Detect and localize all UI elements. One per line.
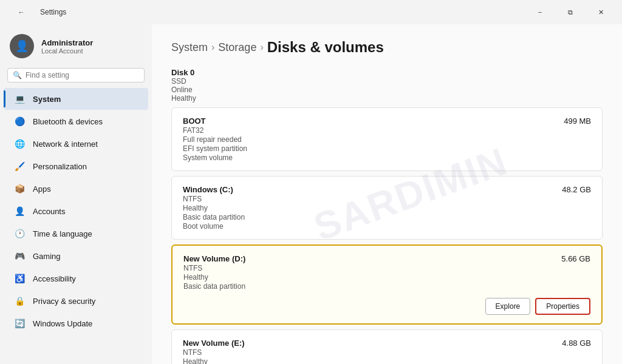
- accounts-icon: 👤: [13, 205, 26, 217]
- search-icon: 🔍: [13, 71, 22, 79]
- sidebar-item-gaming[interactable]: 🎮 Gaming: [4, 245, 148, 267]
- privacy-label: Privacy & security: [33, 297, 95, 306]
- vol-role-0: System volume: [183, 153, 247, 162]
- vol-role-1: Boot volume: [183, 222, 245, 231]
- time-icon: 🕐: [13, 228, 26, 240]
- gaming-label: Gaming: [33, 252, 61, 261]
- network-icon: 🌐: [13, 138, 26, 150]
- time-label: Time & language: [33, 229, 92, 238]
- volume-size-1: 48.2 GB: [562, 185, 591, 194]
- apps-icon: 📦: [13, 183, 26, 195]
- update-icon: 🔄: [13, 317, 26, 329]
- volume-name-3: New Volume (E:): [183, 339, 245, 348]
- volume-row-3: New Volume (E:) NTFSHealthyBasic data pa…: [183, 339, 591, 364]
- sidebar-item-network[interactable]: 🌐 Network & internet: [4, 133, 148, 155]
- search-input[interactable]: [26, 71, 139, 79]
- vol-partition-0: EFI system partition: [183, 144, 247, 153]
- accessibility-label: Accessibility: [33, 274, 76, 283]
- sidebar-item-privacy[interactable]: 🔒 Privacy & security: [4, 290, 148, 312]
- volume-name-2: New Volume (D:): [183, 254, 245, 263]
- sidebar: 👤 Administrator Local Account 🔍 💻 System…: [0, 24, 152, 364]
- gaming-icon: 🎮: [13, 250, 26, 262]
- disk-type: SSD: [171, 77, 603, 86]
- restore-button[interactable]: ⧉: [556, 2, 584, 22]
- volume-row-2: New Volume (D:) NTFSHealthyBasic data pa…: [183, 254, 590, 291]
- accessibility-icon: ♿: [13, 272, 26, 285]
- vol-status-1: Healthy: [183, 204, 245, 212]
- update-label: Windows Update: [33, 319, 92, 328]
- volume-row-0: BOOT FAT32Full repair neededEFI system p…: [183, 116, 591, 162]
- volumes-container: BOOT FAT32Full repair neededEFI system p…: [171, 107, 603, 364]
- sidebar-item-accessibility[interactable]: ♿ Accessibility: [4, 268, 148, 289]
- volume-info-1: Windows (C:) NTFSHealthyBasic data parti…: [183, 185, 245, 231]
- vol-fs-2: NTFS: [183, 264, 245, 272]
- volume-info-2: New Volume (D:) NTFSHealthyBasic data pa…: [183, 254, 245, 291]
- titlebar-left: ← Settings: [7, 2, 66, 22]
- vol-partition-1: Basic data partition: [183, 213, 245, 221]
- vol-fs-3: NTFS: [183, 348, 245, 357]
- breadcrumb: System › Storage › Disks & volumes: [171, 39, 603, 56]
- sidebar-item-accounts[interactable]: 👤 Accounts: [4, 200, 148, 222]
- volume-info-3: New Volume (E:) NTFSHealthyBasic data pa…: [183, 339, 245, 364]
- back-button[interactable]: ←: [7, 2, 35, 22]
- breadcrumb-sep-1: ›: [211, 42, 214, 53]
- disk-header: Disk 0 SSD Online Healthy: [171, 68, 603, 103]
- titlebar: ← Settings − ⧉ ✕: [0, 0, 622, 24]
- breadcrumb-sep-2: ›: [260, 42, 263, 53]
- vol-fs-0: FAT32: [183, 126, 247, 135]
- nav-container: 💻 System 🔵 Bluetooth & devices 🌐 Network…: [0, 87, 152, 335]
- user-name: Administrator: [41, 38, 93, 47]
- sidebar-item-bluetooth[interactable]: 🔵 Bluetooth & devices: [4, 110, 148, 132]
- titlebar-controls: − ⧉ ✕: [526, 2, 615, 22]
- personalization-label: Personalization: [33, 162, 87, 171]
- search-box[interactable]: 🔍: [7, 68, 145, 83]
- disk-title: Disk 0: [171, 68, 603, 77]
- vol-partition-2: Basic data partition: [183, 282, 245, 291]
- privacy-icon: 🔒: [13, 295, 26, 307]
- vol-status-3: Healthy: [183, 357, 245, 364]
- personalization-icon: 🖌️: [13, 160, 26, 172]
- volume-name-0: BOOT: [183, 116, 247, 126]
- sidebar-item-time[interactable]: 🕐 Time & language: [4, 223, 148, 244]
- network-label: Network & internet: [33, 140, 98, 149]
- sidebar-item-update[interactable]: 🔄 Windows Update: [4, 312, 148, 334]
- sidebar-item-system[interactable]: 💻 System: [4, 88, 148, 110]
- breadcrumb-current: Disks & volumes: [267, 39, 384, 56]
- bluetooth-icon: 🔵: [13, 115, 26, 127]
- bluetooth-label: Bluetooth & devices: [33, 117, 103, 126]
- system-label: System: [33, 95, 61, 104]
- properties-button[interactable]: Properties: [535, 298, 590, 315]
- vol-fs-1: NTFS: [183, 195, 245, 203]
- accounts-label: Accounts: [33, 207, 65, 216]
- user-section[interactable]: 👤 Administrator Local Account: [0, 29, 152, 68]
- system-icon: 💻: [13, 93, 26, 105]
- minimize-button[interactable]: −: [526, 2, 554, 22]
- back-icon: ←: [18, 8, 25, 16]
- vol-status-0: Full repair needed: [183, 135, 247, 144]
- content-area: SARDIMIN System › Storage › Disks & volu…: [152, 24, 622, 364]
- sidebar-item-apps[interactable]: 📦 Apps: [4, 178, 148, 200]
- volume-size-3: 4.88 GB: [562, 339, 591, 348]
- disk-online: Online: [171, 86, 603, 94]
- volume-actions-2: Explore Properties: [183, 298, 590, 315]
- breadcrumb-system[interactable]: System: [171, 41, 208, 54]
- volume-card-1: Windows (C:) NTFSHealthyBasic data parti…: [171, 176, 603, 240]
- close-button[interactable]: ✕: [587, 2, 615, 22]
- main-layout: 👤 Administrator Local Account 🔍 💻 System…: [0, 24, 622, 364]
- apps-label: Apps: [33, 184, 51, 194]
- breadcrumb-storage[interactable]: Storage: [218, 41, 256, 54]
- volume-card-0: BOOT FAT32Full repair neededEFI system p…: [171, 107, 603, 171]
- user-info: Administrator Local Account: [41, 38, 93, 55]
- disk-health: Healthy: [171, 94, 603, 103]
- volume-size-2: 5.66 GB: [561, 254, 590, 263]
- explore-button[interactable]: Explore: [485, 298, 531, 315]
- volume-info-0: BOOT FAT32Full repair neededEFI system p…: [183, 116, 247, 162]
- sidebar-item-personalization[interactable]: 🖌️ Personalization: [4, 155, 148, 177]
- avatar: 👤: [10, 34, 34, 58]
- avatar-icon: 👤: [15, 39, 29, 53]
- volume-card-2: New Volume (D:) NTFSHealthyBasic data pa…: [171, 244, 603, 325]
- volume-name-1: Windows (C:): [183, 185, 245, 194]
- volume-size-0: 499 MB: [564, 116, 591, 126]
- user-sub: Local Account: [41, 47, 93, 55]
- volume-row-1: Windows (C:) NTFSHealthyBasic data parti…: [183, 185, 591, 231]
